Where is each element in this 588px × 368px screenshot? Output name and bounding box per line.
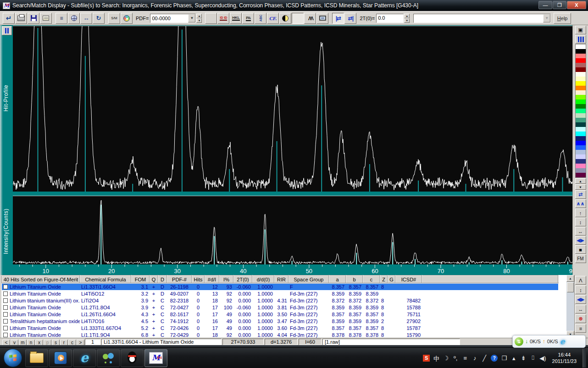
table-cell[interactable]: Fd-3m (227) bbox=[288, 324, 329, 331]
list-button[interactable]: ≡ bbox=[575, 324, 586, 333]
save-button[interactable] bbox=[28, 13, 39, 24]
fit-right-button[interactable]: ⇄| bbox=[344, 13, 356, 24]
table-cell[interactable]: 82-2318 bbox=[167, 297, 192, 304]
palette-scroll-down[interactable]: ▼ bbox=[575, 184, 586, 190]
table-cell[interactable]: 6.8 bbox=[131, 331, 150, 338]
spin-down-icon[interactable]: ▼ bbox=[404, 18, 410, 23]
table-cell[interactable]: 2 bbox=[380, 318, 388, 324]
table-cell[interactable]: Fd-3m (227) bbox=[288, 304, 329, 311]
palette-swatch[interactable] bbox=[576, 164, 586, 168]
network-icon[interactable]: ⌷ bbox=[530, 354, 536, 362]
help-tray-icon[interactable]: ? bbox=[491, 355, 498, 362]
table-cell[interactable]: 100 bbox=[219, 304, 233, 311]
scroll-thumb[interactable] bbox=[567, 282, 574, 292]
table-row[interactable]: Lithium titanium titanium(III) ox...LiTi… bbox=[2, 297, 558, 304]
overlay-pattern-button[interactable] bbox=[292, 13, 304, 24]
palette-swatch[interactable] bbox=[576, 122, 586, 127]
table-cell[interactable]: 72-0429 bbox=[167, 331, 192, 338]
window-restore-icon[interactable]: ❒ bbox=[501, 355, 507, 362]
table-cell[interactable]: 93 bbox=[219, 283, 233, 290]
palette-swatch[interactable] bbox=[576, 44, 586, 49]
table-cell[interactable]: 5.2 bbox=[131, 324, 150, 331]
chevron-down-icon[interactable]: ▼ bbox=[188, 14, 195, 22]
spin-up-icon[interactable]: ▲ bbox=[196, 14, 202, 18]
table-cell[interactable]: D bbox=[158, 290, 167, 297]
intensity-percent-button[interactable]: I% bbox=[242, 13, 254, 24]
table-cell[interactable]: Fd-3m (227) bbox=[288, 297, 329, 304]
return-button[interactable]: ↵ bbox=[3, 13, 15, 24]
table-cell[interactable]: Lithium Titanium Oxide bbox=[2, 311, 80, 318]
table-cell[interactable]: 15788 bbox=[395, 304, 422, 311]
delete-button[interactable]: ⊗ bbox=[575, 314, 586, 323]
table-cell[interactable]: C bbox=[158, 297, 167, 304]
palette-swatch[interactable] bbox=[576, 150, 586, 154]
palette-swatch[interactable] bbox=[576, 72, 586, 77]
show-desktop-button[interactable] bbox=[582, 349, 586, 368]
table-cell[interactable]: 4.31 bbox=[274, 297, 288, 304]
table-cell[interactable]: 3.47 bbox=[274, 318, 288, 324]
table-row[interactable]: Lithium Titanium OxideLi1.33Ti1.66O43.1+… bbox=[2, 283, 558, 290]
table-cell[interactable]: 49 bbox=[219, 318, 233, 324]
column-header[interactable]: D bbox=[158, 275, 167, 283]
palette-swatch[interactable] bbox=[576, 141, 586, 145]
table-cell[interactable]: Li1.333Ti1.667O4 bbox=[80, 324, 131, 331]
palette-swatch[interactable] bbox=[576, 173, 586, 177]
table-cell[interactable]: 3.1 bbox=[131, 283, 150, 290]
table-cell[interactable]: Tetralithium heptatitanium oxide bbox=[2, 318, 80, 324]
table-cell[interactable]: 72-0426 bbox=[167, 324, 192, 331]
table-cell[interactable]: 3.9 bbox=[131, 297, 150, 304]
expand-vertical-button[interactable]: ↕ bbox=[575, 218, 586, 226]
table-cell[interactable]: 8.357 bbox=[329, 283, 346, 290]
column-header[interactable]: c bbox=[363, 275, 380, 283]
table-cell[interactable]: 3.60 bbox=[274, 324, 288, 331]
table-cell[interactable]: 8.359 bbox=[363, 318, 380, 324]
chemistry-filter-button[interactable]: CF. bbox=[267, 13, 279, 24]
table-cell[interactable]: 3.50 bbox=[274, 311, 288, 318]
table-cell[interactable]: 8.378 bbox=[346, 331, 363, 338]
table-cell[interactable]: Li4Ti7O16 bbox=[80, 318, 131, 324]
table-cell[interactable]: 8.357 bbox=[363, 311, 380, 318]
table-cell[interactable]: 13 bbox=[205, 290, 219, 297]
palette-swatch[interactable] bbox=[576, 159, 586, 164]
table-cell[interactable] bbox=[388, 324, 395, 331]
table-cell[interactable]: 17 bbox=[205, 311, 219, 318]
table-cell[interactable]: 92 bbox=[219, 331, 233, 338]
help-button[interactable]: Help bbox=[554, 13, 571, 24]
table-cell[interactable]: 1.0000 bbox=[252, 304, 274, 311]
hit-profile-chart[interactable] bbox=[13, 26, 572, 192]
color-bars-button[interactable] bbox=[575, 35, 586, 44]
table-cell[interactable]: 0 bbox=[192, 318, 205, 324]
row-checkbox[interactable] bbox=[3, 298, 8, 303]
table-expand-vertical-button[interactable]: ↕ bbox=[575, 286, 586, 294]
pane-divider[interactable] bbox=[13, 192, 572, 196]
tree-view-button[interactable]: ≡ bbox=[55, 13, 67, 24]
table-cell[interactable]: 0 bbox=[192, 311, 205, 318]
fm-button[interactable]: FM bbox=[575, 254, 586, 263]
table-cell[interactable]: Lithium Titanium Oxide bbox=[2, 331, 80, 338]
power-plug-icon[interactable]: ⇟ bbox=[520, 355, 527, 362]
table-cell[interactable]: 8.357 bbox=[363, 283, 380, 290]
palette-swatch[interactable] bbox=[576, 58, 586, 63]
palette-swatch[interactable] bbox=[576, 104, 586, 109]
table-cell[interactable]: 8.357 bbox=[346, 324, 363, 331]
table-cell[interactable]: 8.359 bbox=[329, 304, 346, 311]
table-cell[interactable]: 15790 bbox=[395, 331, 422, 338]
color-palette[interactable] bbox=[575, 44, 586, 178]
table-cell[interactable]: 0 bbox=[192, 324, 205, 331]
search-match-button[interactable]: S⁄M bbox=[108, 13, 120, 24]
table-cell[interactable]: 4.5 bbox=[131, 318, 150, 324]
table-cell[interactable]: 8.372 bbox=[346, 297, 363, 304]
page-field[interactable]: 1 bbox=[85, 339, 100, 345]
spinner-control[interactable]: ▲▼ bbox=[404, 14, 410, 23]
table-cell[interactable]: Li4Ti5O12 bbox=[80, 290, 131, 297]
table-cell[interactable] bbox=[388, 304, 395, 311]
table-cell[interactable]: 0.000 bbox=[233, 324, 252, 331]
table-cell[interactable]: Lithium Titanium Oxide bbox=[2, 283, 80, 290]
table-cell[interactable]: 8.359 bbox=[346, 318, 363, 324]
table-cell[interactable]: 27902 bbox=[395, 318, 422, 324]
palette-swatch[interactable] bbox=[576, 127, 586, 132]
table-cell[interactable]: Fd-3m (227) bbox=[288, 290, 329, 297]
table-cell[interactable]: 92 bbox=[219, 290, 233, 297]
table-cell[interactable]: 18 bbox=[205, 331, 219, 338]
media-player-app[interactable] bbox=[49, 349, 72, 367]
